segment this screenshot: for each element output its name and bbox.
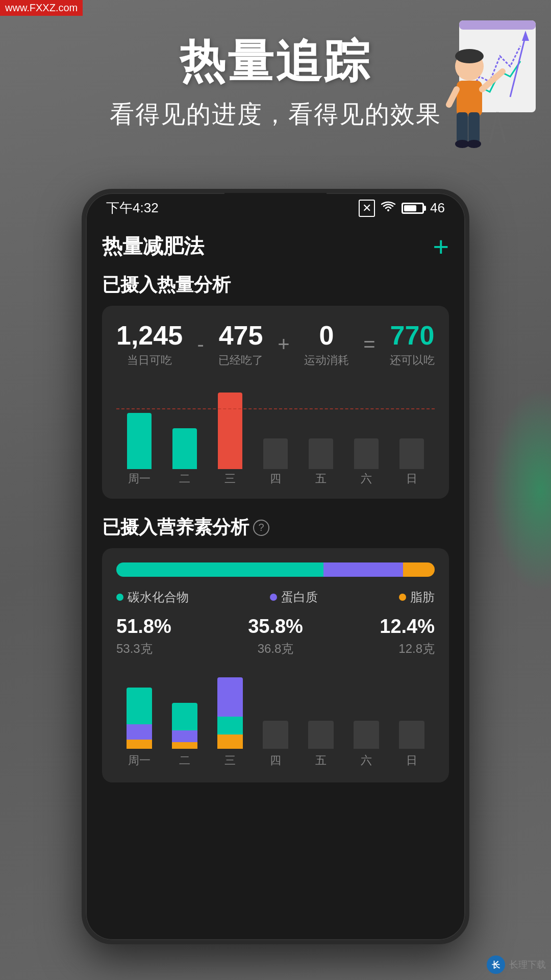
stacked-segment (399, 721, 424, 749)
equals-operator: = (363, 333, 375, 356)
stacked-bar (172, 703, 197, 749)
eaten-label: 已经吃了 (218, 353, 263, 368)
nutrient-gram: 53.3克 (116, 641, 153, 657)
stacked-bar (354, 721, 379, 749)
bar-day-label: 二 (169, 471, 200, 486)
battery-level (404, 205, 416, 211)
eaten-value: 475 (218, 320, 263, 351)
stacked-bar-col (399, 721, 424, 749)
eaten: 475 已经吃了 (218, 320, 263, 368)
bar-day-label: 五 (306, 471, 336, 486)
nutrient-pct: 35.8% (248, 616, 303, 638)
stacked-segment (172, 742, 197, 749)
stacked-chart-labels: 周一二三四五六日 (116, 753, 435, 768)
remaining-value: 770 (390, 320, 435, 351)
stacked-day-label: 日 (396, 753, 427, 768)
nutrition-values: 51.8%35.8%12.4% (116, 616, 435, 638)
stacked-bar (308, 721, 334, 749)
volume-up-button (82, 310, 86, 351)
legend-item: 蛋白质 (270, 589, 318, 605)
battery-icon (402, 203, 424, 214)
wifi-icon (381, 201, 395, 215)
bar (263, 438, 288, 469)
stacked-day-label: 六 (351, 753, 382, 768)
plus-operator: + (278, 333, 289, 356)
mute-button (82, 275, 86, 300)
bar-col (127, 413, 152, 469)
bar-day-label: 周一 (124, 471, 155, 486)
stacked-day-label: 五 (306, 753, 336, 768)
stacked-bar-col (127, 688, 152, 749)
stacked-bar-col (217, 677, 243, 749)
green-glow-effect (490, 388, 551, 592)
svg-point-12 (467, 140, 481, 148)
remaining: 770 还可以吃 (390, 320, 435, 368)
power-button (465, 295, 469, 336)
app-header: 热量减肥法 + (102, 222, 449, 273)
time-display: 下午4:32 (106, 199, 159, 217)
illustration-character (429, 15, 541, 179)
nutrition-bar-segment (403, 562, 435, 577)
sim-icon: ✕ (359, 200, 375, 217)
stacked-segment (263, 721, 288, 749)
watermark-bottom-text: 长理下载 (509, 959, 546, 971)
weekly-calorie-chart: 周一二三四五六日 (116, 382, 435, 484)
stacked-segment (217, 677, 243, 717)
minus-operator: - (197, 333, 204, 356)
bar (309, 438, 333, 469)
bar-day-label: 六 (351, 471, 382, 486)
legend-item: 脂肪 (399, 589, 435, 605)
bar (399, 438, 424, 469)
svg-point-7 (455, 49, 484, 63)
stacked-bar-col (354, 721, 379, 749)
svg-rect-9 (457, 112, 468, 143)
bar (218, 393, 242, 469)
nutrition-section-header: 已摄入营养素分析 ? (102, 515, 449, 540)
chart-labels: 周一二三四五六日 (116, 471, 435, 486)
watermark-top: www.FXXZ.com (0, 0, 83, 16)
bar-day-label: 四 (260, 471, 291, 486)
phone-content: 热量减肥法 + 已摄入热量分析 1,245 当日可吃 - 475 已经吃了 + … (86, 217, 465, 939)
help-icon[interactable]: ? (253, 520, 269, 536)
stacked-segment (172, 703, 197, 730)
bar-day-label: 日 (396, 471, 427, 486)
nutrient-pct: 12.4% (380, 616, 435, 638)
nutrition-section-title: 已摄入营养素分析 (102, 515, 249, 540)
stacked-segment (127, 688, 152, 724)
stacked-bar-col (308, 721, 334, 749)
stacked-segment (127, 740, 152, 749)
svg-text:长: 长 (492, 961, 500, 969)
bar-chart-inner (116, 382, 435, 469)
stacked-segment (217, 734, 243, 749)
bar (172, 428, 197, 469)
daily-allowance-value: 1,245 (116, 320, 183, 351)
app-title: 热量减肥法 (102, 232, 204, 260)
bar-col (354, 438, 379, 469)
status-icons: ✕ 46 (359, 200, 445, 217)
daily-allowance: 1,245 当日可吃 (116, 320, 183, 368)
stacked-day-label: 四 (260, 753, 291, 768)
stacked-segment (172, 730, 197, 742)
bar (354, 438, 379, 469)
nutrition-bar-segment (323, 562, 403, 577)
phone-frame: 下午4:32 ✕ 46 热量减肥法 (82, 189, 469, 944)
svg-line-4 (490, 112, 497, 143)
nutrient-pct: 51.8% (116, 616, 171, 638)
stacked-bar-col (263, 721, 288, 749)
bar-col (172, 428, 197, 469)
daily-allowance-label: 当日可吃 (116, 353, 183, 368)
bar (127, 413, 152, 469)
svg-line-5 (497, 112, 505, 143)
stacked-bar (263, 721, 288, 749)
exercise-value: 0 (304, 320, 349, 351)
exercise: 0 运动消耗 (304, 320, 349, 368)
bar-col (309, 438, 333, 469)
exercise-label: 运动消耗 (304, 353, 349, 368)
battery-percent: 46 (430, 200, 445, 216)
volume-down-button (82, 361, 86, 402)
stacked-nutrient-chart (116, 667, 435, 749)
add-button[interactable]: + (433, 233, 449, 260)
stacked-segment (308, 721, 334, 749)
nutrient-gram: 12.8克 (398, 641, 435, 657)
nutrition-card: 碳水化合物蛋白质脂肪 51.8%35.8%12.4% 53.3克36.8克12.… (102, 548, 449, 782)
